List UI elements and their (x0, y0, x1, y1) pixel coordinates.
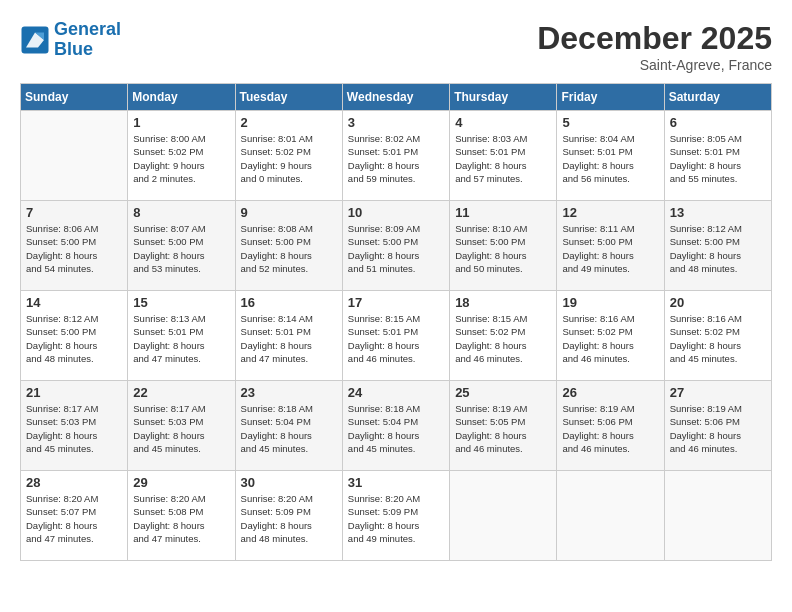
day-number: 15 (133, 295, 229, 310)
day-info: Sunrise: 8:11 AM Sunset: 5:00 PM Dayligh… (562, 222, 658, 275)
day-info: Sunrise: 8:01 AM Sunset: 5:02 PM Dayligh… (241, 132, 337, 185)
day-info: Sunrise: 8:04 AM Sunset: 5:01 PM Dayligh… (562, 132, 658, 185)
day-cell: 31Sunrise: 8:20 AM Sunset: 5:09 PM Dayli… (342, 471, 449, 561)
title-block: December 2025 Saint-Agreve, France (537, 20, 772, 73)
logo-icon (20, 25, 50, 55)
day-cell: 13Sunrise: 8:12 AM Sunset: 5:00 PM Dayli… (664, 201, 771, 291)
day-cell: 1Sunrise: 8:00 AM Sunset: 5:02 PM Daylig… (128, 111, 235, 201)
month-title: December 2025 (537, 20, 772, 57)
day-info: Sunrise: 8:20 AM Sunset: 5:09 PM Dayligh… (241, 492, 337, 545)
day-info: Sunrise: 8:12 AM Sunset: 5:00 PM Dayligh… (26, 312, 122, 365)
day-cell: 10Sunrise: 8:09 AM Sunset: 5:00 PM Dayli… (342, 201, 449, 291)
weekday-header-monday: Monday (128, 84, 235, 111)
day-info: Sunrise: 8:15 AM Sunset: 5:02 PM Dayligh… (455, 312, 551, 365)
day-info: Sunrise: 8:19 AM Sunset: 5:05 PM Dayligh… (455, 402, 551, 455)
day-number: 16 (241, 295, 337, 310)
day-number: 24 (348, 385, 444, 400)
day-info: Sunrise: 8:15 AM Sunset: 5:01 PM Dayligh… (348, 312, 444, 365)
day-number: 1 (133, 115, 229, 130)
day-cell: 3Sunrise: 8:02 AM Sunset: 5:01 PM Daylig… (342, 111, 449, 201)
week-row-4: 21Sunrise: 8:17 AM Sunset: 5:03 PM Dayli… (21, 381, 772, 471)
day-number: 17 (348, 295, 444, 310)
day-info: Sunrise: 8:18 AM Sunset: 5:04 PM Dayligh… (241, 402, 337, 455)
day-number: 30 (241, 475, 337, 490)
day-cell (557, 471, 664, 561)
day-cell: 27Sunrise: 8:19 AM Sunset: 5:06 PM Dayli… (664, 381, 771, 471)
day-cell: 17Sunrise: 8:15 AM Sunset: 5:01 PM Dayli… (342, 291, 449, 381)
weekday-header-friday: Friday (557, 84, 664, 111)
day-cell: 11Sunrise: 8:10 AM Sunset: 5:00 PM Dayli… (450, 201, 557, 291)
day-info: Sunrise: 8:00 AM Sunset: 5:02 PM Dayligh… (133, 132, 229, 185)
logo-text: General Blue (54, 20, 121, 60)
day-cell (21, 111, 128, 201)
day-number: 7 (26, 205, 122, 220)
day-info: Sunrise: 8:07 AM Sunset: 5:00 PM Dayligh… (133, 222, 229, 275)
day-info: Sunrise: 8:17 AM Sunset: 5:03 PM Dayligh… (133, 402, 229, 455)
weekday-header-row: SundayMondayTuesdayWednesdayThursdayFrid… (21, 84, 772, 111)
day-cell: 29Sunrise: 8:20 AM Sunset: 5:08 PM Dayli… (128, 471, 235, 561)
day-cell: 30Sunrise: 8:20 AM Sunset: 5:09 PM Dayli… (235, 471, 342, 561)
day-number: 25 (455, 385, 551, 400)
weekday-header-thursday: Thursday (450, 84, 557, 111)
day-number: 3 (348, 115, 444, 130)
day-info: Sunrise: 8:12 AM Sunset: 5:00 PM Dayligh… (670, 222, 766, 275)
day-cell: 26Sunrise: 8:19 AM Sunset: 5:06 PM Dayli… (557, 381, 664, 471)
day-number: 10 (348, 205, 444, 220)
day-cell: 28Sunrise: 8:20 AM Sunset: 5:07 PM Dayli… (21, 471, 128, 561)
weekday-header-wednesday: Wednesday (342, 84, 449, 111)
day-number: 12 (562, 205, 658, 220)
day-cell: 20Sunrise: 8:16 AM Sunset: 5:02 PM Dayli… (664, 291, 771, 381)
day-cell (450, 471, 557, 561)
day-cell: 25Sunrise: 8:19 AM Sunset: 5:05 PM Dayli… (450, 381, 557, 471)
day-number: 5 (562, 115, 658, 130)
day-info: Sunrise: 8:17 AM Sunset: 5:03 PM Dayligh… (26, 402, 122, 455)
location: Saint-Agreve, France (537, 57, 772, 73)
day-cell: 9Sunrise: 8:08 AM Sunset: 5:00 PM Daylig… (235, 201, 342, 291)
day-number: 14 (26, 295, 122, 310)
day-number: 20 (670, 295, 766, 310)
day-number: 2 (241, 115, 337, 130)
day-cell: 5Sunrise: 8:04 AM Sunset: 5:01 PM Daylig… (557, 111, 664, 201)
day-info: Sunrise: 8:10 AM Sunset: 5:00 PM Dayligh… (455, 222, 551, 275)
day-number: 31 (348, 475, 444, 490)
day-cell: 4Sunrise: 8:03 AM Sunset: 5:01 PM Daylig… (450, 111, 557, 201)
day-cell: 8Sunrise: 8:07 AM Sunset: 5:00 PM Daylig… (128, 201, 235, 291)
day-info: Sunrise: 8:06 AM Sunset: 5:00 PM Dayligh… (26, 222, 122, 275)
day-info: Sunrise: 8:05 AM Sunset: 5:01 PM Dayligh… (670, 132, 766, 185)
day-info: Sunrise: 8:20 AM Sunset: 5:08 PM Dayligh… (133, 492, 229, 545)
day-number: 8 (133, 205, 229, 220)
day-info: Sunrise: 8:16 AM Sunset: 5:02 PM Dayligh… (562, 312, 658, 365)
week-row-3: 14Sunrise: 8:12 AM Sunset: 5:00 PM Dayli… (21, 291, 772, 381)
day-number: 4 (455, 115, 551, 130)
day-cell: 21Sunrise: 8:17 AM Sunset: 5:03 PM Dayli… (21, 381, 128, 471)
day-number: 28 (26, 475, 122, 490)
day-number: 18 (455, 295, 551, 310)
day-cell: 12Sunrise: 8:11 AM Sunset: 5:00 PM Dayli… (557, 201, 664, 291)
day-info: Sunrise: 8:19 AM Sunset: 5:06 PM Dayligh… (562, 402, 658, 455)
day-info: Sunrise: 8:16 AM Sunset: 5:02 PM Dayligh… (670, 312, 766, 365)
calendar-table: SundayMondayTuesdayWednesdayThursdayFrid… (20, 83, 772, 561)
week-row-1: 1Sunrise: 8:00 AM Sunset: 5:02 PM Daylig… (21, 111, 772, 201)
day-cell: 22Sunrise: 8:17 AM Sunset: 5:03 PM Dayli… (128, 381, 235, 471)
weekday-header-saturday: Saturday (664, 84, 771, 111)
day-cell: 18Sunrise: 8:15 AM Sunset: 5:02 PM Dayli… (450, 291, 557, 381)
page-header: General Blue December 2025 Saint-Agreve,… (20, 20, 772, 73)
weekday-header-sunday: Sunday (21, 84, 128, 111)
day-info: Sunrise: 8:09 AM Sunset: 5:00 PM Dayligh… (348, 222, 444, 275)
day-cell: 23Sunrise: 8:18 AM Sunset: 5:04 PM Dayli… (235, 381, 342, 471)
week-row-2: 7Sunrise: 8:06 AM Sunset: 5:00 PM Daylig… (21, 201, 772, 291)
day-cell: 24Sunrise: 8:18 AM Sunset: 5:04 PM Dayli… (342, 381, 449, 471)
day-number: 13 (670, 205, 766, 220)
day-number: 21 (26, 385, 122, 400)
day-info: Sunrise: 8:20 AM Sunset: 5:09 PM Dayligh… (348, 492, 444, 545)
day-number: 19 (562, 295, 658, 310)
day-info: Sunrise: 8:20 AM Sunset: 5:07 PM Dayligh… (26, 492, 122, 545)
logo: General Blue (20, 20, 121, 60)
day-cell: 7Sunrise: 8:06 AM Sunset: 5:00 PM Daylig… (21, 201, 128, 291)
day-number: 23 (241, 385, 337, 400)
day-cell (664, 471, 771, 561)
day-info: Sunrise: 8:19 AM Sunset: 5:06 PM Dayligh… (670, 402, 766, 455)
day-cell: 6Sunrise: 8:05 AM Sunset: 5:01 PM Daylig… (664, 111, 771, 201)
day-info: Sunrise: 8:13 AM Sunset: 5:01 PM Dayligh… (133, 312, 229, 365)
day-info: Sunrise: 8:08 AM Sunset: 5:00 PM Dayligh… (241, 222, 337, 275)
